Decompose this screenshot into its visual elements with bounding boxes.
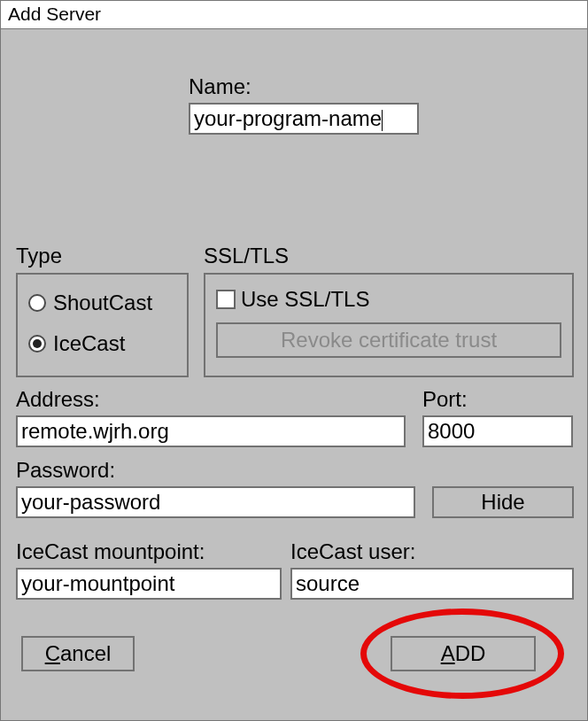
ssl-group-label: SSL/TLS: [204, 244, 289, 268]
radio-icecast-label: IceCast: [53, 331, 125, 356]
hide-password-label: Hide: [481, 490, 524, 515]
address-input[interactable]: [16, 415, 406, 447]
cancel-button[interactable]: Cancel: [21, 636, 135, 671]
text-cursor-icon: [382, 110, 383, 131]
type-group: ShoutCast IceCast: [16, 273, 189, 377]
revoke-cert-label: Revoke certificate trust: [281, 328, 497, 353]
use-ssl-label: Use SSL/TLS: [241, 287, 369, 312]
radio-icecast[interactable]: IceCast: [28, 331, 176, 356]
password-label: Password:: [16, 458, 115, 483]
add-button[interactable]: ADD: [391, 636, 536, 671]
radio-icon: [28, 294, 46, 312]
checkbox-icon: [216, 290, 236, 309]
revoke-cert-button[interactable]: Revoke certificate trust: [216, 322, 561, 358]
address-label: Address:: [16, 387, 100, 412]
window-title: Add Server: [1, 1, 587, 29]
port-label: Port:: [422, 387, 468, 412]
cancel-button-label: Cancel: [45, 641, 112, 666]
hide-password-button[interactable]: Hide: [432, 486, 574, 518]
radio-icon: [28, 335, 46, 353]
add-button-label: ADD: [441, 641, 486, 666]
type-group-label: Type: [16, 244, 62, 268]
radio-shoutcast-label: ShoutCast: [53, 291, 152, 315]
icecast-user-label: IceCast user:: [290, 539, 415, 564]
password-input[interactable]: [16, 486, 415, 518]
mountpoint-label: IceCast mountpoint:: [16, 539, 205, 564]
ssl-group: Use SSL/TLS Revoke certificate trust: [204, 273, 574, 377]
name-input-text: your-program-name: [194, 106, 382, 130]
use-ssl-checkbox[interactable]: Use SSL/TLS: [216, 287, 561, 312]
port-input[interactable]: [422, 415, 573, 447]
mountpoint-input[interactable]: [16, 568, 282, 600]
icecast-user-input[interactable]: [290, 568, 574, 600]
add-server-dialog: Add Server Name: your-program-name Type …: [0, 0, 588, 721]
client-area: Name: your-program-name Type ShoutCast I…: [1, 29, 587, 720]
name-input[interactable]: your-program-name: [189, 103, 419, 135]
name-label: Name:: [189, 74, 251, 99]
radio-shoutcast[interactable]: ShoutCast: [28, 291, 176, 315]
